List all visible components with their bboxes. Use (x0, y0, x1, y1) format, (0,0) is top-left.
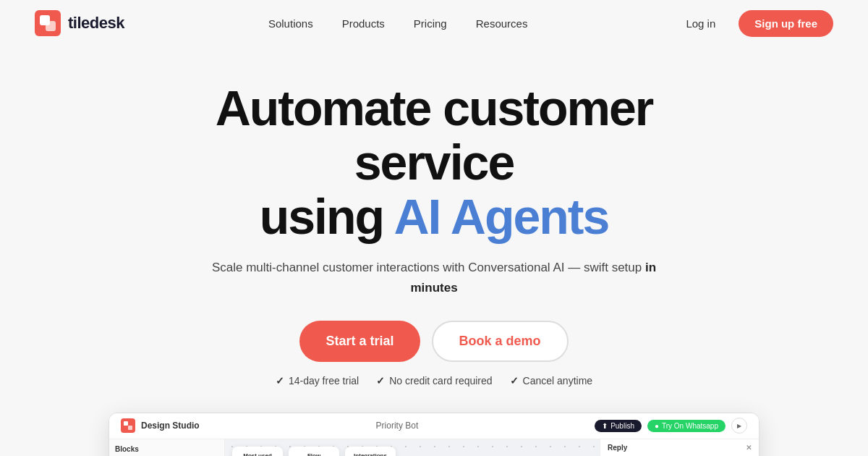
subtext-regular: Scale multi-channel customer interaction… (212, 261, 642, 274)
navigation: tiledesk Solutions Products Pricing Reso… (0, 0, 868, 46)
nav-link-pricing[interactable]: Pricing (402, 12, 459, 35)
trust-cancel-text: Cancel anytime (523, 375, 593, 387)
nav-links: Solutions Products Pricing Resources (257, 12, 539, 35)
login-button[interactable]: Log in (671, 12, 730, 35)
nav-actions: Log in Sign up free (671, 10, 833, 37)
hero-trust: ✓ 14-day free trial ✓ No credit card req… (276, 375, 592, 387)
ds-block-flow[interactable]: Flow 🌊 (289, 447, 339, 456)
ds-publish-button[interactable]: ⬆ Publish (595, 420, 642, 432)
screenshot-container: Design Studio Priority Bot ⬆ Publish ● T… (0, 413, 868, 456)
ds-body: Blocks ⚡ start ↩ defaultFallback 🔍 searc… (109, 439, 759, 456)
panel-close-icon[interactable]: ✕ (746, 444, 752, 452)
publish-icon: ⬆ (602, 422, 608, 430)
ds-whatsapp-button[interactable]: ● Try On Whatsapp (647, 420, 726, 432)
trust-item-card: ✓ No credit card required (376, 375, 492, 387)
book-demo-button[interactable]: Book a demo (432, 321, 569, 362)
ds-panel-header: Reply ✕ (600, 439, 759, 456)
trust-trial-text: 14-day free trial (289, 375, 359, 387)
ds-actions: ⬆ Publish ● Try On Whatsapp ▶ (595, 418, 747, 434)
logo-text: tiledesk (68, 14, 124, 33)
block-most-used-title: Most used (238, 452, 277, 456)
headline-part2: using (260, 189, 394, 244)
block-integrations-title: Integrations (351, 452, 390, 456)
ds-block-most-used[interactable]: Most used ⭐ (232, 447, 283, 456)
ds-right-panel: Reply ✕ T B 🔗 ⊞ ··· +0.5s delay 7ms (600, 439, 759, 456)
hero-buttons: Start a trial Book a demo (299, 321, 568, 362)
headline-part1: Automate customer service (216, 80, 653, 190)
start-trial-button[interactable]: Start a trial (299, 321, 420, 362)
nav-link-resources[interactable]: Resources (464, 12, 540, 35)
logo-link[interactable]: tiledesk (35, 10, 124, 36)
signup-button[interactable]: Sign up free (739, 10, 833, 37)
ds-logo-icon (121, 418, 135, 433)
checkmark-icon: ✓ (276, 375, 284, 387)
whatsapp-label: Try On Whatsapp (662, 422, 718, 430)
publish-label: Publish (610, 422, 634, 430)
block-flow-title: Flow (294, 452, 333, 456)
svg-rect-3 (124, 421, 128, 426)
logo-icon (35, 10, 61, 36)
nav-link-solutions[interactable]: Solutions (257, 12, 325, 35)
nav-link-products[interactable]: Products (331, 12, 396, 35)
svg-rect-4 (128, 426, 132, 430)
hero-subtext: Scale multi-channel customer interaction… (210, 258, 658, 297)
whatsapp-icon: ● (655, 422, 659, 430)
screenshot-frame: Design Studio Priority Bot ⬆ Publish ● T… (109, 413, 760, 456)
trust-card-text: No credit card required (389, 375, 492, 387)
hero-section: Automate customer service using AI Agent… (0, 46, 868, 404)
checkmark-icon-3: ✓ (510, 375, 519, 387)
ds-title: Design Studio (141, 421, 200, 431)
svg-rect-2 (46, 21, 56, 31)
panel-title: Reply (608, 444, 627, 452)
ds-block-integrations[interactable]: Integrations 🔧 (345, 447, 396, 456)
ds-logo-svg (124, 421, 132, 430)
checkmark-icon-2: ✓ (376, 375, 385, 387)
trust-item-cancel: ✓ Cancel anytime (510, 375, 593, 387)
ds-sidebar: Blocks ⚡ start ↩ defaultFallback 🔍 searc… (109, 439, 225, 456)
design-studio-header: Design Studio Priority Bot ⬆ Publish ● T… (109, 413, 759, 439)
ds-canvas: Most used ⭐ Flow 🌊 Integrations 🔧 (225, 439, 600, 456)
ds-sidebar-title: Blocks (115, 445, 218, 453)
hero-headline: Automate customer service using AI Agent… (145, 81, 723, 243)
trust-item-trial: ✓ 14-day free trial (276, 375, 359, 387)
ds-bot-name: Priority Bot (376, 421, 419, 431)
ds-play-button[interactable]: ▶ (731, 418, 747, 434)
ds-logo-area: Design Studio (121, 418, 200, 433)
headline-highlight: AI Agents (393, 189, 608, 244)
